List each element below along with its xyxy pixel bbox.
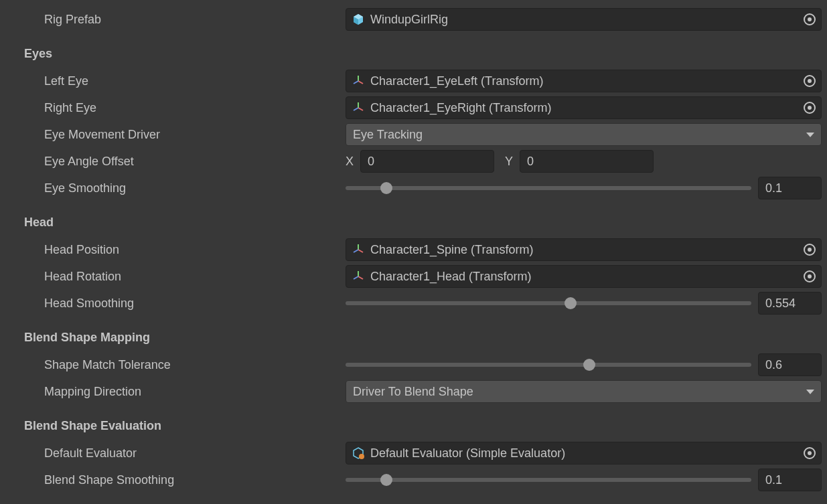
head-rotation-field[interactable]: Character1_Head (Transform)	[346, 265, 822, 288]
head-position-label: Head Position	[5, 243, 346, 257]
mapping-direction-value: Driver To Blend Shape	[353, 385, 473, 399]
eye-movement-driver-label: Eye Movement Driver	[5, 128, 346, 142]
rig-prefab-field[interactable]: WindupGirlRig	[346, 8, 822, 31]
shape-match-tolerance-label: Shape Match Tolerance	[5, 358, 346, 372]
transform-icon	[352, 243, 365, 256]
blend-shape-smoothing-slider[interactable]	[346, 478, 751, 482]
slider-thumb[interactable]	[380, 182, 392, 194]
eye-smoothing-slider[interactable]	[346, 186, 751, 190]
slider-thumb[interactable]	[583, 359, 595, 371]
object-picker-icon[interactable]	[804, 447, 816, 459]
right-eye-label: Right Eye	[5, 101, 346, 115]
head-rotation-value: Character1_Head (Transform)	[370, 270, 798, 284]
eye-movement-driver-dropdown[interactable]: Eye Tracking	[346, 123, 822, 146]
mapping-direction-dropdown[interactable]: Driver To Blend Shape	[346, 380, 822, 403]
eye-smoothing-label: Eye Smoothing	[5, 181, 346, 195]
left-eye-value: Character1_EyeLeft (Transform)	[370, 74, 798, 88]
object-picker-icon[interactable]	[804, 13, 816, 25]
x-label: X	[346, 155, 356, 169]
transform-icon	[352, 101, 365, 114]
head-position-value: Character1_Spine (Transform)	[370, 243, 798, 257]
object-picker-icon[interactable]	[804, 270, 816, 282]
head-smoothing-value-input[interactable]	[758, 292, 822, 315]
svg-point-0	[359, 454, 364, 459]
chevron-down-icon	[806, 133, 814, 137]
eye-movement-driver-value: Eye Tracking	[353, 128, 423, 142]
blend-shape-smoothing-value-input[interactable]	[758, 469, 822, 491]
head-smoothing-slider[interactable]	[346, 301, 751, 305]
object-picker-icon[interactable]	[804, 75, 816, 87]
blend-shape-mapping-header: Blend Shape Mapping	[5, 331, 346, 345]
scriptable-object-icon	[352, 446, 365, 460]
eye-angle-offset-y-input[interactable]	[520, 150, 654, 173]
transform-icon	[352, 74, 365, 88]
object-picker-icon[interactable]	[804, 244, 816, 256]
head-position-field[interactable]: Character1_Spine (Transform)	[346, 238, 822, 261]
eye-angle-offset-x-input[interactable]	[360, 150, 494, 173]
eye-angle-offset-label: Eye Angle Offset	[5, 155, 346, 169]
left-eye-label: Left Eye	[5, 74, 346, 88]
shape-match-tolerance-value-input[interactable]	[758, 353, 822, 376]
slider-thumb[interactable]	[380, 474, 392, 486]
blend-shape-smoothing-label: Blend Shape Smoothing	[5, 473, 346, 487]
head-rotation-label: Head Rotation	[5, 270, 346, 284]
chevron-down-icon	[806, 390, 814, 394]
eye-smoothing-value-input[interactable]	[758, 177, 822, 199]
object-picker-icon[interactable]	[804, 102, 816, 114]
eyes-header: Eyes	[5, 47, 346, 61]
head-smoothing-label: Head Smoothing	[5, 297, 346, 311]
default-evaluator-field[interactable]: Default Evaluator (Simple Evaluator)	[346, 442, 822, 465]
transform-icon	[352, 270, 365, 283]
rig-prefab-value: WindupGirlRig	[370, 13, 798, 27]
shape-match-tolerance-slider[interactable]	[346, 363, 751, 367]
prefab-icon	[352, 13, 365, 26]
slider-thumb[interactable]	[565, 297, 577, 309]
y-label: Y	[498, 155, 516, 169]
rig-prefab-label: Rig Prefab	[5, 13, 346, 27]
left-eye-field[interactable]: Character1_EyeLeft (Transform)	[346, 70, 822, 92]
right-eye-field[interactable]: Character1_EyeRight (Transform)	[346, 96, 822, 119]
blend-shape-evaluation-header: Blend Shape Evaluation	[5, 419, 346, 433]
default-evaluator-label: Default Evaluator	[5, 446, 346, 460]
default-evaluator-value: Default Evaluator (Simple Evaluator)	[370, 446, 798, 460]
right-eye-value: Character1_EyeRight (Transform)	[370, 101, 798, 115]
head-header: Head	[5, 216, 346, 230]
mapping-direction-label: Mapping Direction	[5, 385, 346, 399]
